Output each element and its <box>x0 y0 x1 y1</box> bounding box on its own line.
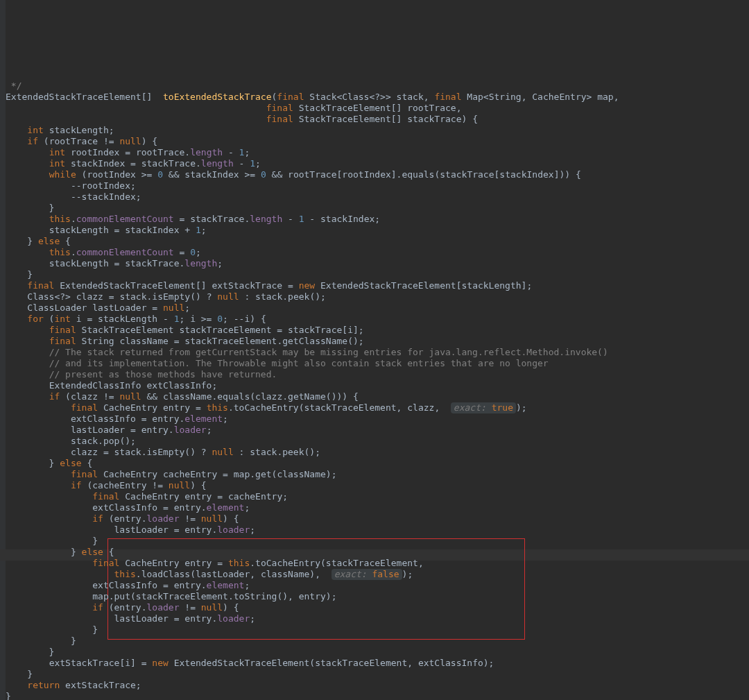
code-line: int stackLength; <box>6 125 114 135</box>
code-line: lastLoader = entry.loader; <box>6 425 212 435</box>
code-line: extStackTrace[i] = new ExtendedStackTrac… <box>6 658 494 668</box>
code-line: map.put(stackTraceElement.toString(), en… <box>6 591 336 601</box>
code-line: } else { <box>6 547 114 557</box>
code-line: } else { <box>6 236 71 246</box>
code-line: } <box>6 203 54 213</box>
code-line: final String className = stackTraceEleme… <box>6 336 364 346</box>
code-line: int stackIndex = stackTrace.length - 1; <box>6 158 261 169</box>
code-line: int rootIndex = rootTrace.length - 1; <box>6 147 250 157</box>
code-line: this.loadClass(lastLoader, className), e… <box>6 569 413 579</box>
code-line: if (entry.loader != null) { <box>6 513 239 524</box>
code-line: if (rootTrace != null) { <box>6 136 157 146</box>
code-line: final StackTraceElement[] stackTrace) { <box>6 114 478 124</box>
code-line: } <box>6 669 33 679</box>
code-line: } <box>6 624 98 635</box>
comment-line: */ <box>6 80 21 91</box>
code-line: } <box>6 691 11 700</box>
gutter <box>0 0 6 700</box>
code-line: --stackIndex; <box>6 191 141 202</box>
code-line: final CacheEntry entry = this.toCacheEnt… <box>6 558 424 568</box>
code-line: this.commonElementCount = 0; <box>6 247 201 257</box>
code-line: ClassLoader lastLoader = null; <box>6 302 190 313</box>
code-line: extClassInfo = entry.element; <box>6 580 250 590</box>
code-line: clazz = stack.isEmpty() ? null : stack.p… <box>6 447 320 457</box>
code-line: final CacheEntry entry = cacheEntry; <box>6 491 288 502</box>
code-line: return extStackTrace; <box>6 680 141 690</box>
code-line: Class<?> clazz = stack.isEmpty() ? null … <box>6 291 326 302</box>
code-line: } <box>6 647 54 657</box>
comment-line: // The stack returned from getCurrentSta… <box>6 347 608 357</box>
code-line: lastLoader = entry.loader; <box>6 524 255 535</box>
code-line: stackLength = stackTrace.length; <box>6 258 223 268</box>
code-line: if (clazz != null && className.equals(cl… <box>6 391 359 402</box>
code-line: } else { <box>6 458 92 468</box>
code-line: ExtendedStackTraceElement[] toExtendedSt… <box>6 92 619 102</box>
code-editor[interactable]: */ ExtendedStackTraceElement[] toExtende… <box>0 0 749 700</box>
code-line: final CacheEntry entry = this.toCacheEnt… <box>6 402 527 413</box>
code-line: for (int i = stackLength - 1; i >= 0; --… <box>6 314 266 324</box>
code-line: } <box>6 536 98 546</box>
code-line: ExtendedClassInfo extClassInfo; <box>6 380 217 391</box>
code-line: while (rootIndex >= 0 && stackIndex >= 0… <box>6 169 581 180</box>
code-line: extClassInfo = entry.element; <box>6 413 228 424</box>
code-line: final ExtendedStackTraceElement[] extSta… <box>6 280 532 291</box>
code-line: --rootIndex; <box>6 180 136 191</box>
code-line: this.commonElementCount = stackTrace.len… <box>6 214 380 224</box>
code-line: final StackTraceElement stackTraceElemen… <box>6 325 364 335</box>
code-line: lastLoader = entry.loader; <box>6 613 255 624</box>
code-line: } <box>6 635 76 646</box>
comment-line: // and its implementation. The Throwable… <box>6 358 549 368</box>
code-line: final CacheEntry cacheEntry = map.get(cl… <box>6 469 337 479</box>
code-line: extClassInfo = entry.element; <box>6 502 250 513</box>
code-line: stackLength = stackIndex + 1; <box>6 225 207 235</box>
code-line: final StackTraceElement[] rootTrace, <box>6 103 461 113</box>
code-line: stack.pop(); <box>6 436 136 446</box>
comment-line: // present as those methods have returne… <box>6 369 277 379</box>
code-lines: */ ExtendedStackTraceElement[] toExtende… <box>6 69 743 700</box>
code-line: } <box>6 269 33 280</box>
code-line: if (cacheEntry != null) { <box>6 480 207 490</box>
code-line: if (entry.loader != null) { <box>6 602 239 613</box>
